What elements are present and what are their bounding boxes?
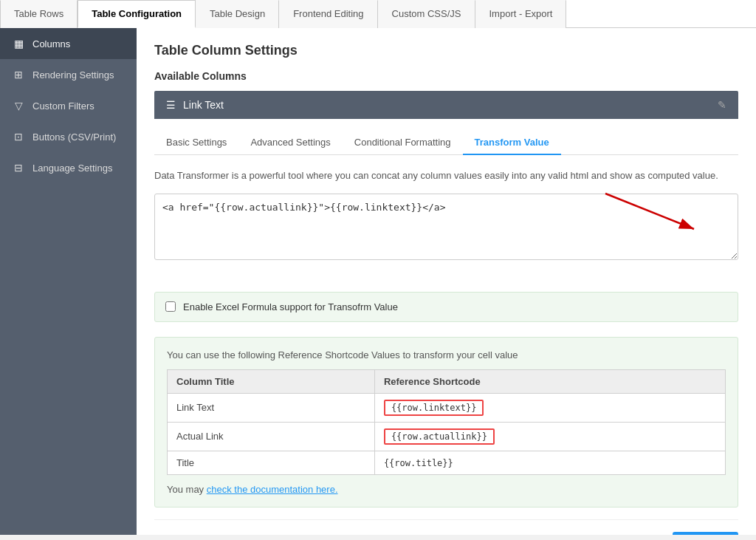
edit-pencil-icon[interactable]: ✎ (718, 99, 726, 111)
sidebar-item-label: Custom Filters (32, 100, 94, 112)
doc-link-row: You may check the documentation here. (167, 484, 726, 495)
shortcode-title: {{row.title}} (374, 451, 725, 474)
sidebar-item-rendering-settings[interactable]: ⊞ Rendering Settings (0, 59, 137, 90)
sidebar-item-columns[interactable]: ▦ Columns (0, 28, 137, 59)
table-row: Link Text {{row.linktext}} (168, 393, 726, 422)
tab-custom-css-js[interactable]: Custom CSS/JS (378, 0, 475, 28)
tab-table-design[interactable]: Table Design (196, 0, 279, 28)
excel-formula-checkbox[interactable] (165, 301, 176, 312)
shortcode-table: Column Title Reference Shortcode Link Te… (167, 369, 726, 475)
sub-tab-transform-value[interactable]: Transform Value (463, 131, 561, 155)
sub-tab-basic-settings[interactable]: Basic Settings (154, 131, 238, 155)
reference-shortcode-section: You can use the following Reference Shor… (154, 337, 738, 507)
sidebar-item-label: Rendering Settings (32, 69, 114, 81)
top-tab-bar: Table Rows Table Configuration Table Des… (0, 0, 756, 28)
footer-area: Update (154, 519, 738, 536)
sidebar: ▦ Columns ⊞ Rendering Settings ▽ Custom … (0, 28, 137, 535)
sidebar-item-custom-filters[interactable]: ▽ Custom Filters (0, 90, 137, 121)
sidebar-item-label: Columns (32, 38, 70, 49)
sidebar-item-language-settings[interactable]: ⊟ Language Settings (0, 152, 137, 183)
sidebar-item-label: Language Settings (32, 163, 112, 174)
description-text: Data Transformer is a powerful tool wher… (154, 168, 738, 183)
section-title: Available Columns (154, 70, 738, 82)
col-title-actual-link: Actual Link (168, 422, 375, 451)
tab-frontend-editing[interactable]: Frontend Editing (279, 0, 377, 28)
transform-value-textarea[interactable] (154, 194, 738, 260)
col-title-title: Title (168, 451, 375, 474)
table-row: Title {{row.title}} (168, 451, 726, 474)
update-button[interactable]: Update (673, 532, 738, 536)
sub-tab-conditional-formatting[interactable]: Conditional Formatting (343, 131, 463, 155)
shortcode-header: Reference Shortcode (374, 369, 725, 393)
tab-table-rows[interactable]: Table Rows (0, 0, 78, 28)
column-title-header: Column Title (168, 369, 375, 393)
shortcode-plain-title: {{row.title}} (384, 458, 453, 468)
sidebar-item-buttons[interactable]: ⊡ Buttons (CSV/Print) (0, 121, 137, 152)
ref-description: You can use the following Reference Shor… (167, 349, 726, 360)
sidebar-item-label: Buttons (CSV/Print) (32, 131, 116, 143)
main-layout: ▦ Columns ⊞ Rendering Settings ▽ Custom … (0, 28, 756, 535)
column-name-label: Link Text (183, 99, 224, 111)
tab-import-export[interactable]: Import - Export (475, 0, 567, 28)
shortcode-box-linktext: {{row.linktext}} (384, 400, 484, 416)
rendering-icon: ⊞ (12, 69, 25, 81)
filter-icon: ▽ (12, 100, 25, 112)
col-title-link-text: Link Text (168, 393, 375, 422)
table-header-row: Column Title Reference Shortcode (168, 369, 726, 393)
content-area: Table Column Settings Available Columns … (137, 28, 756, 535)
page-title: Table Column Settings (154, 43, 738, 58)
doc-link-prefix: You may (167, 484, 207, 495)
language-icon: ⊟ (12, 162, 25, 174)
shortcode-actual-link: {{row.actuallink}} (374, 422, 725, 451)
table-row: Actual Link {{row.actuallink}} (168, 422, 726, 451)
column-header-bar: ☰ Link Text ✎ (154, 91, 738, 119)
sub-tab-bar: Basic Settings Advanced Settings Conditi… (154, 131, 738, 155)
shortcode-link-text: {{row.linktext}} (374, 393, 725, 422)
buttons-icon: ⊡ (12, 131, 25, 143)
sub-tab-advanced-settings[interactable]: Advanced Settings (238, 131, 342, 155)
excel-formula-label: Enable Excel Formula support for Transof… (183, 301, 398, 312)
tab-table-configuration[interactable]: Table Configuration (78, 0, 196, 28)
documentation-link[interactable]: check the documentation here. (207, 484, 338, 495)
excel-formula-section: Enable Excel Formula support for Transof… (154, 292, 738, 322)
columns-icon: ▦ (12, 38, 25, 49)
shortcode-box-actuallink: {{row.actuallink}} (384, 428, 495, 445)
column-bar-title: ☰ Link Text (166, 99, 224, 111)
transform-input-area (154, 194, 738, 262)
menu-lines-icon: ☰ (166, 99, 176, 111)
